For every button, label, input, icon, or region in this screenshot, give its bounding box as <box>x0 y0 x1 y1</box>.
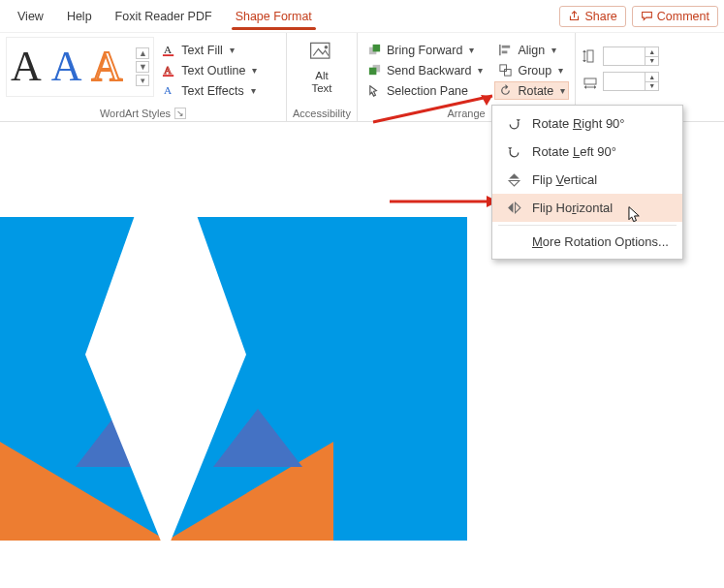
menu-more-rotation-options[interactable]: More Rotation Options... <box>492 229 682 255</box>
width-step-up[interactable]: ▲ <box>645 73 658 82</box>
text-effects-button[interactable]: A Text Effects▾ <box>158 81 261 100</box>
group-icon <box>498 63 513 77</box>
text-outline-icon: A <box>162 63 176 77</box>
svg-rect-3 <box>163 75 173 77</box>
share-icon <box>568 10 581 22</box>
svg-text:A: A <box>164 84 173 96</box>
flip-vertical-icon <box>506 171 522 188</box>
text-fill-button[interactable]: A Text Fill▾ <box>158 41 261 59</box>
wordart-preset-1[interactable]: A <box>11 46 42 88</box>
shape-rocket-bottom[interactable] <box>85 355 246 541</box>
height-icon <box>582 47 599 65</box>
shape-width-input[interactable]: ▲▼ <box>603 72 659 91</box>
slide[interactable] <box>0 217 467 541</box>
text-effects-icon: A <box>162 83 176 98</box>
svg-rect-16 <box>587 50 593 62</box>
svg-text:A: A <box>164 64 173 76</box>
align-button[interactable]: Align▾ <box>494 41 569 59</box>
group-label-wordart: WordArt Styles <box>100 108 171 119</box>
wordart-dialog-launcher[interactable]: ↘ <box>174 108 186 119</box>
selection-pane-icon <box>367 83 382 98</box>
svg-rect-18 <box>584 78 596 84</box>
flip-horizontal-icon <box>506 200 522 216</box>
alt-text-button[interactable]: AltText <box>299 37 344 97</box>
width-icon <box>582 73 599 90</box>
menu-rotate-right-90[interactable]: Rotate Right 90° <box>492 109 682 138</box>
tab-help[interactable]: Help <box>55 4 104 29</box>
group-button[interactable]: Group▾ <box>494 61 569 79</box>
svg-rect-10 <box>369 68 377 76</box>
menu-flip-vertical[interactable]: Flip Vertical <box>492 166 682 194</box>
svg-rect-12 <box>502 46 510 48</box>
rotate-button[interactable]: Rotate▾ <box>494 81 569 100</box>
menu-flip-horizontal[interactable]: Flip Horizontal <box>492 194 682 222</box>
tab-foxit-reader-pdf[interactable]: Foxit Reader PDF <box>104 4 224 29</box>
bring-forward-button[interactable]: Bring Forward▾ <box>363 41 488 59</box>
height-step-down[interactable]: ▼ <box>645 57 658 66</box>
svg-text:A: A <box>164 44 173 55</box>
group-accessibility: AltText Accessibility <box>287 33 358 121</box>
text-fill-icon: A <box>162 43 176 57</box>
bring-forward-icon <box>367 43 382 57</box>
menu-bar: View Help Foxit Reader PDF Shape Format … <box>0 0 724 33</box>
comment-button[interactable]: Comment <box>632 6 718 27</box>
svg-rect-14 <box>500 65 507 72</box>
comment-icon <box>641 10 653 22</box>
send-backward-button[interactable]: Send Backward▾ <box>363 61 488 79</box>
svg-rect-8 <box>373 45 381 52</box>
svg-rect-13 <box>502 50 508 53</box>
alt-text-icon <box>308 39 335 66</box>
svg-rect-1 <box>163 54 173 56</box>
shape-height-input[interactable]: ▲▼ <box>603 46 659 66</box>
svg-point-6 <box>325 46 329 49</box>
menu-rotate-left-90[interactable]: Rotate Left 90° <box>492 138 682 166</box>
group-wordart-styles: A A A ▲▼▾ A Text Fill▾ A <box>0 33 287 121</box>
tab-view[interactable]: View <box>6 4 55 29</box>
height-step-up[interactable]: ▲ <box>645 47 658 57</box>
share-button[interactable]: Share <box>559 6 625 27</box>
rotate-icon <box>498 83 513 98</box>
selection-pane-button[interactable]: Selection Pane <box>363 81 488 100</box>
tab-shape-format[interactable]: Shape Format <box>224 4 324 29</box>
width-step-down[interactable]: ▼ <box>645 82 658 91</box>
send-backward-icon <box>367 63 382 77</box>
wordart-gallery-more[interactable]: ▲▼▾ <box>136 47 149 86</box>
shape-rocket-top[interactable] <box>85 217 246 355</box>
wordart-preset-2[interactable]: A <box>51 46 82 88</box>
wordart-gallery[interactable]: A A A ▲▼▾ <box>6 37 154 97</box>
group-label-accessibility: Accessibility <box>293 106 351 119</box>
text-outline-button[interactable]: A Text Outline▾ <box>158 61 261 79</box>
align-icon <box>498 43 513 57</box>
wordart-preset-3[interactable]: A <box>92 46 123 88</box>
svg-rect-15 <box>505 70 512 77</box>
rotate-right-icon <box>506 115 522 132</box>
rotate-left-icon <box>506 143 522 160</box>
rotate-menu: Rotate Right 90° Rotate Left 90° Flip Ve… <box>491 105 683 260</box>
